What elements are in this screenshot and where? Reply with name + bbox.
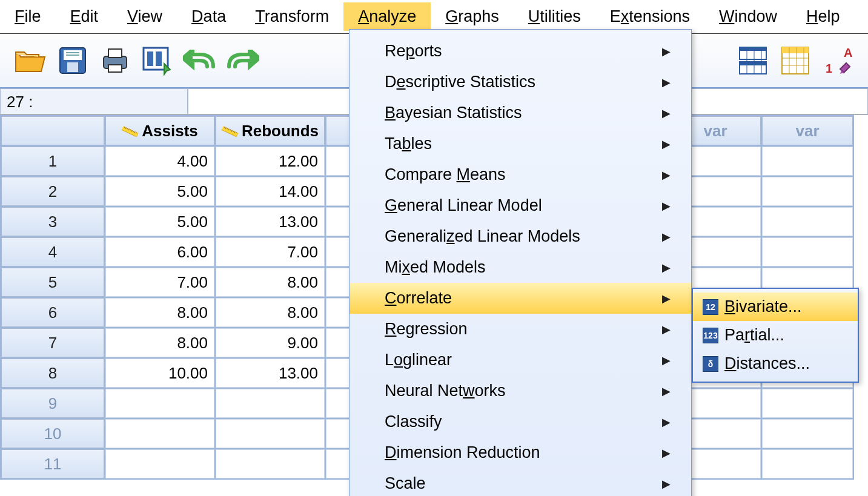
data-cell[interactable]: 6.00 xyxy=(105,237,214,266)
submenu-arrow-icon: ▶ xyxy=(662,137,671,151)
row-header[interactable]: 7 xyxy=(1,328,104,357)
data-cell[interactable]: 9.00 xyxy=(216,328,325,357)
open-icon[interactable] xyxy=(12,42,48,79)
menu-item-compare-means[interactable]: Compare Means▶ xyxy=(350,159,691,190)
data-cell[interactable] xyxy=(216,449,325,478)
cell-reference-label: 27 : xyxy=(0,88,188,114)
data-cell[interactable] xyxy=(105,419,214,448)
submenu-arrow-icon: ▶ xyxy=(662,354,671,367)
menu-item-reports[interactable]: Reports▶ xyxy=(350,36,691,67)
submenu-icon: δ xyxy=(703,356,718,372)
menu-transform[interactable]: Transform xyxy=(240,2,343,31)
menu-item-descriptive-statistics[interactable]: Descriptive Statistics▶ xyxy=(350,67,691,98)
row-header[interactable]: 4 xyxy=(1,237,104,266)
save-icon[interactable] xyxy=(55,42,91,79)
row-header[interactable]: 5 xyxy=(1,268,104,297)
col-empty[interactable]: var xyxy=(762,116,853,145)
submenu-icon: 123 xyxy=(703,328,718,343)
data-cell[interactable]: 8.00 xyxy=(216,268,325,297)
undo-icon[interactable] xyxy=(182,42,218,79)
data-cell[interactable]: 7.00 xyxy=(216,237,325,266)
submenu-arrow-icon: ▶ xyxy=(662,76,671,89)
data-cell[interactable]: 10.00 xyxy=(105,359,214,388)
submenu-arrow-icon: ▶ xyxy=(662,45,671,58)
row-header[interactable]: 11 xyxy=(1,449,104,478)
row-header[interactable]: 8 xyxy=(1,359,104,388)
menu-analyze[interactable]: Analyze xyxy=(343,2,431,31)
data-cell[interactable] xyxy=(762,449,853,478)
col-assists[interactable]: 📏Assists xyxy=(105,116,214,145)
svg-rect-19 xyxy=(782,47,809,53)
row-header[interactable]: 1 xyxy=(1,147,104,176)
correlate-submenu: 12Bivariate...123Partial...δDistances... xyxy=(692,288,859,383)
redo-icon[interactable] xyxy=(224,42,260,79)
table-corner[interactable] xyxy=(1,116,104,145)
menu-data[interactable]: Data xyxy=(177,2,240,31)
svg-rect-2 xyxy=(67,62,78,72)
data-cell[interactable]: 8.00 xyxy=(105,328,214,357)
submenu-item-distances...[interactable]: δDistances... xyxy=(693,349,858,378)
data-cell[interactable] xyxy=(762,237,853,266)
menu-item-loglinear[interactable]: Loglinear▶ xyxy=(350,345,691,375)
menu-file[interactable]: File xyxy=(0,2,56,31)
data-cell[interactable]: 14.00 xyxy=(216,177,325,206)
variables-icon[interactable] xyxy=(735,42,771,79)
menu-utilities[interactable]: Utilities xyxy=(514,2,595,31)
data-cell[interactable]: 13.00 xyxy=(216,359,325,388)
submenu-item-partial...[interactable]: 123Partial... xyxy=(693,321,858,349)
data-cell[interactable] xyxy=(105,449,214,478)
data-cell[interactable]: 4.00 xyxy=(105,147,214,176)
labels-icon[interactable]: A1 xyxy=(820,42,856,79)
menu-item-tables[interactable]: Tables▶ xyxy=(350,128,691,159)
row-header[interactable]: 6 xyxy=(1,298,104,327)
print-icon[interactable] xyxy=(97,42,133,79)
svg-rect-6 xyxy=(108,49,122,58)
data-cell[interactable] xyxy=(762,207,853,236)
menu-item-bayesian-statistics[interactable]: Bayesian Statistics▶ xyxy=(350,98,691,128)
values-icon[interactable] xyxy=(777,42,813,79)
col-rebounds[interactable]: 📏Rebounds xyxy=(216,116,325,145)
menu-item-mixed-models[interactable]: Mixed Models▶ xyxy=(350,252,691,283)
menu-item-generalized-linear-models[interactable]: Generalized Linear Models▶ xyxy=(350,221,691,252)
recall-dialog-icon[interactable] xyxy=(139,42,176,79)
menu-window[interactable]: Window xyxy=(704,2,792,31)
data-cell[interactable] xyxy=(105,389,214,418)
menu-extensions[interactable]: Extensions xyxy=(595,2,704,31)
menu-graphs[interactable]: Graphs xyxy=(431,2,514,31)
data-cell[interactable]: 8.00 xyxy=(105,298,214,327)
menu-item-regression[interactable]: Regression▶ xyxy=(350,314,691,345)
menu-item-scale[interactable]: Scale▶ xyxy=(350,468,691,496)
menu-help[interactable]: Help xyxy=(792,2,855,31)
data-cell[interactable] xyxy=(762,419,853,448)
menu-item-correlate[interactable]: Correlate▶ xyxy=(350,283,691,314)
data-cell[interactable] xyxy=(762,389,853,418)
menu-item-classify[interactable]: Classify▶ xyxy=(350,406,691,437)
row-header[interactable]: 3 xyxy=(1,207,104,236)
menu-view[interactable]: View xyxy=(113,2,177,31)
data-cell[interactable]: 13.00 xyxy=(216,207,325,236)
submenu-item-bivariate...[interactable]: 12Bivariate... xyxy=(693,293,858,321)
data-cell[interactable] xyxy=(216,419,325,448)
data-cell[interactable]: 7.00 xyxy=(105,268,214,297)
submenu-arrow-icon: ▶ xyxy=(662,446,671,460)
menu-edit[interactable]: Edit xyxy=(56,2,113,31)
data-cell[interactable]: 5.00 xyxy=(105,207,214,236)
svg-text:1: 1 xyxy=(826,62,832,75)
svg-rect-7 xyxy=(108,65,122,72)
menu-item-general-linear-model[interactable]: General Linear Model▶ xyxy=(350,190,691,221)
menu-item-neural-networks[interactable]: Neural Networks▶ xyxy=(350,375,691,406)
svg-rect-13 xyxy=(740,47,766,51)
svg-rect-14 xyxy=(740,62,766,65)
data-cell[interactable]: 5.00 xyxy=(105,177,214,206)
data-cell[interactable] xyxy=(762,177,853,206)
row-header[interactable]: 2 xyxy=(1,177,104,206)
data-cell[interactable] xyxy=(762,147,853,176)
data-cell[interactable]: 8.00 xyxy=(216,298,325,327)
row-header[interactable]: 10 xyxy=(1,419,104,448)
data-cell[interactable]: 12.00 xyxy=(216,147,325,176)
svg-rect-9 xyxy=(147,51,153,66)
data-cell[interactable] xyxy=(216,389,325,418)
row-header[interactable]: 9 xyxy=(1,389,104,418)
submenu-icon: 12 xyxy=(703,299,718,315)
menu-item-dimension-reduction[interactable]: Dimension Reduction▶ xyxy=(350,437,691,468)
